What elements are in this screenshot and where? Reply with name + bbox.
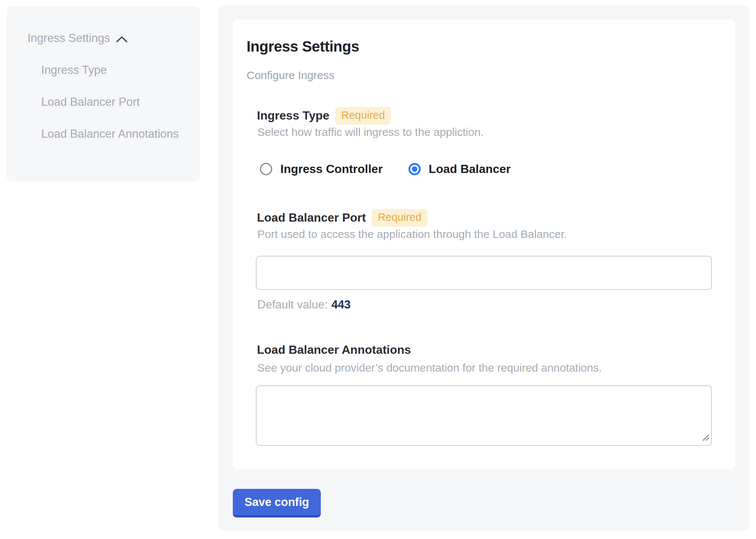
radio-button-icon[interactable] bbox=[260, 163, 272, 175]
radio-option-load-balancer[interactable]: Load Balancer bbox=[408, 162, 511, 176]
default-value-label: Default value: bbox=[257, 298, 328, 311]
lb-annotations-heading-row: Load Balancer Annotations bbox=[257, 343, 411, 357]
lb-annotations-description: See your cloud provider’s documentation … bbox=[257, 361, 602, 375]
lb-port-heading: Load Balancer Port bbox=[257, 211, 366, 225]
ingress-settings-panel: Ingress Settings Configure Ingress Ingre… bbox=[219, 5, 749, 531]
page-title: Ingress Settings bbox=[247, 37, 359, 55]
sidebar-item-ingress-type[interactable]: Ingress Type bbox=[41, 60, 182, 81]
settings-sidebar: Ingress Settings Ingress Type Load Balan… bbox=[7, 6, 200, 182]
required-badge: Required bbox=[335, 107, 391, 125]
chevron-up-icon bbox=[116, 32, 128, 46]
save-config-button[interactable]: Save config bbox=[233, 489, 321, 517]
lb-port-heading-row: Load Balancer Port Required bbox=[257, 209, 427, 227]
radio-label: Load Balancer bbox=[429, 162, 511, 176]
lb-annotations-heading: Load Balancer Annotations bbox=[257, 343, 411, 357]
lb-annotations-textarea[interactable] bbox=[256, 385, 712, 446]
lb-port-input[interactable] bbox=[256, 256, 712, 290]
required-badge: Required bbox=[372, 209, 427, 227]
page-subtitle: Configure Ingress bbox=[247, 69, 335, 82]
sidebar-section-label: Ingress Settings bbox=[27, 32, 110, 45]
lb-port-default-line: Default value:443 bbox=[257, 298, 351, 312]
radio-option-ingress-controller[interactable]: Ingress Controller bbox=[260, 162, 383, 176]
lb-annotations-textarea-wrap bbox=[256, 385, 712, 446]
ingress-type-heading-row: Ingress Type Required bbox=[257, 107, 391, 125]
radio-label: Ingress Controller bbox=[280, 162, 383, 176]
lb-port-description: Port used to access the application thro… bbox=[257, 227, 567, 241]
sidebar-item-load-balancer-port[interactable]: Load Balancer Port bbox=[41, 92, 182, 112]
sidebar-item-load-balancer-annotations[interactable]: Load Balancer Annotations bbox=[41, 124, 182, 144]
ingress-settings-card: Ingress Settings Configure Ingress Ingre… bbox=[233, 19, 735, 469]
sidebar-section-ingress-settings[interactable]: Ingress Settings bbox=[27, 31, 128, 46]
ingress-type-heading: Ingress Type bbox=[257, 109, 329, 122]
ingress-type-radio-group: Ingress Controller Load Balancer bbox=[260, 162, 511, 176]
default-value: 443 bbox=[332, 298, 351, 311]
ingress-type-description: Select how traffic will ingress to the a… bbox=[257, 125, 484, 139]
sidebar-subsection-list: Ingress Type Load Balancer Port Load Bal… bbox=[41, 60, 182, 156]
radio-button-icon[interactable] bbox=[408, 163, 421, 175]
